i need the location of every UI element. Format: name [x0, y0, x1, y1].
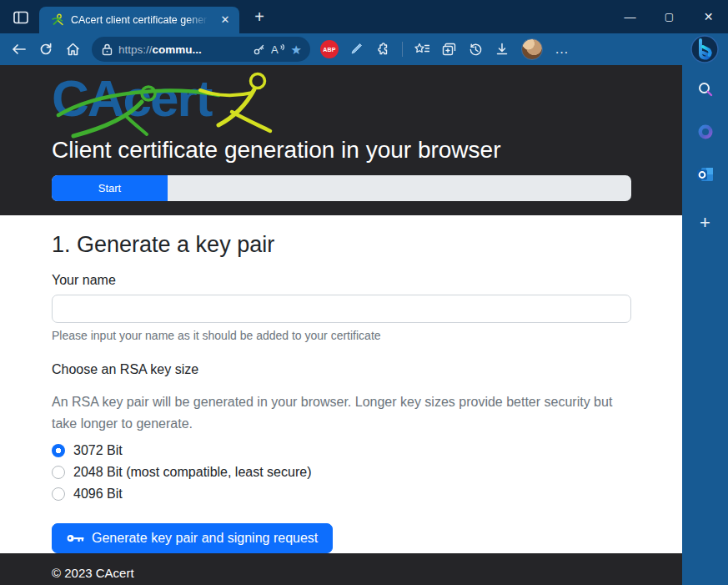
- cacert-logo-figures-icon: [52, 72, 302, 139]
- toolbar-divider: [402, 42, 403, 57]
- section-title: 1. Generate a key pair: [52, 232, 631, 258]
- more-menu-button[interactable]: …: [550, 37, 575, 62]
- generate-button-label: Generate key pair and signing request: [92, 531, 318, 546]
- browser-content-row: CAcert Client certificate generation in …: [0, 65, 728, 585]
- browser-tab[interactable]: CAcert client certificate generation ✕: [39, 7, 239, 33]
- page-body: 1. Generate a key pair Your name Please …: [0, 215, 682, 553]
- radio-option-4096[interactable]: 4096 Bit: [52, 483, 631, 505]
- radio-4096-label: 4096 Bit: [73, 487, 123, 502]
- address-bar[interactable]: https://commu... A ★: [92, 37, 310, 62]
- copyright-text: © 2023 CAcert: [52, 566, 134, 580]
- favorite-star-icon[interactable]: ★: [291, 43, 302, 56]
- read-aloud-icon[interactable]: A: [271, 43, 285, 55]
- radio-2048-label: 2048 Bit (most compatible, least secure): [73, 465, 311, 480]
- browser-toolbar: https://commu... A ★ ABP: [0, 33, 728, 65]
- keysize-label: Choose an RSA key size: [52, 362, 631, 377]
- history-button[interactable]: [463, 37, 488, 62]
- bing-discover-button[interactable]: [690, 35, 719, 63]
- new-tab-button[interactable]: +: [249, 8, 269, 28]
- window-controls: — ▢ ✕: [610, 0, 728, 33]
- sidebar-microsoft365-button[interactable]: [693, 119, 718, 144]
- url-host: commu...: [153, 43, 202, 56]
- url-text: https://commu...: [118, 43, 247, 56]
- name-input[interactable]: [52, 295, 631, 323]
- close-window-button[interactable]: ✕: [689, 0, 728, 33]
- home-button[interactable]: [60, 37, 85, 62]
- tab-actions-menu-button[interactable]: [12, 8, 30, 27]
- browser-window: CAcert client certificate generation ✕ +…: [0, 0, 728, 585]
- cacert-logo: CAcert: [52, 72, 302, 127]
- favorites-button[interactable]: [409, 37, 434, 62]
- sidebar-search-button[interactable]: [693, 77, 718, 102]
- bing-icon: [690, 35, 719, 63]
- key-button-icon: [67, 533, 84, 543]
- cacert-favicon-icon: [51, 13, 64, 27]
- download-icon: [495, 43, 509, 56]
- history-clock-icon: [469, 43, 483, 57]
- name-field-label: Your name: [52, 273, 631, 288]
- name-helper-text: Please input your name as it should be a…: [52, 329, 631, 342]
- radio-4096-input[interactable]: [52, 487, 65, 501]
- page-footer: © 2023 CAcert: [0, 553, 682, 585]
- page-title: Client certificate generation in your br…: [52, 136, 631, 164]
- radio-3072-input[interactable]: [52, 444, 65, 457]
- radio-option-2048[interactable]: 2048 Bit (most compatible, least secure): [52, 461, 631, 483]
- url-protocol: https://: [118, 43, 153, 56]
- radio-2048-input[interactable]: [52, 466, 65, 479]
- refresh-button[interactable]: [33, 37, 58, 62]
- home-icon: [66, 43, 80, 56]
- adblock-abp-icon[interactable]: ABP: [320, 40, 339, 58]
- key-icon[interactable]: [253, 43, 265, 56]
- search-icon: [697, 81, 714, 98]
- extensions-puzzle-icon[interactable]: [370, 37, 395, 62]
- editor-pen-icon[interactable]: [344, 37, 369, 62]
- collections-button[interactable]: [436, 37, 461, 62]
- ellipsis-icon: …: [555, 41, 570, 58]
- maximize-button[interactable]: ▢: [650, 0, 689, 33]
- back-button[interactable]: [7, 37, 32, 62]
- favorites-list-icon: [414, 43, 429, 56]
- tab-close-icon[interactable]: ✕: [218, 13, 233, 28]
- radio-3072-label: 3072 Bit: [73, 443, 123, 458]
- keysize-description: An RSA key pair will be generated in you…: [52, 391, 629, 435]
- tab-title: CAcert client certificate generation: [71, 14, 211, 26]
- sidebar-add-button[interactable]: +: [700, 212, 710, 234]
- page-header: CAcert Client certificate generation in …: [0, 65, 682, 215]
- edge-sidebar: +: [682, 65, 728, 585]
- title-bar: CAcert client certificate generation ✕ +…: [0, 0, 728, 33]
- minimize-button[interactable]: —: [610, 0, 650, 33]
- collections-icon: [442, 43, 456, 56]
- progress-step-start: Start: [52, 175, 168, 201]
- radio-option-3072[interactable]: 3072 Bit: [52, 440, 631, 461]
- wizard-progress-bar: Start: [52, 175, 631, 201]
- sidebar-outlook-button[interactable]: [693, 162, 718, 187]
- profile-avatar[interactable]: [521, 38, 543, 60]
- web-page: CAcert Client certificate generation in …: [0, 65, 682, 585]
- refresh-icon: [39, 43, 53, 56]
- outlook-icon: [696, 165, 715, 184]
- tab-actions-icon: [13, 11, 28, 24]
- svg-text:A: A: [271, 43, 279, 55]
- generate-keypair-button[interactable]: Generate key pair and signing request: [52, 523, 333, 553]
- back-arrow-icon: [12, 43, 27, 55]
- downloads-button[interactable]: [490, 37, 515, 62]
- lock-icon: [102, 43, 113, 56]
- microsoft-365-icon: [696, 123, 715, 141]
